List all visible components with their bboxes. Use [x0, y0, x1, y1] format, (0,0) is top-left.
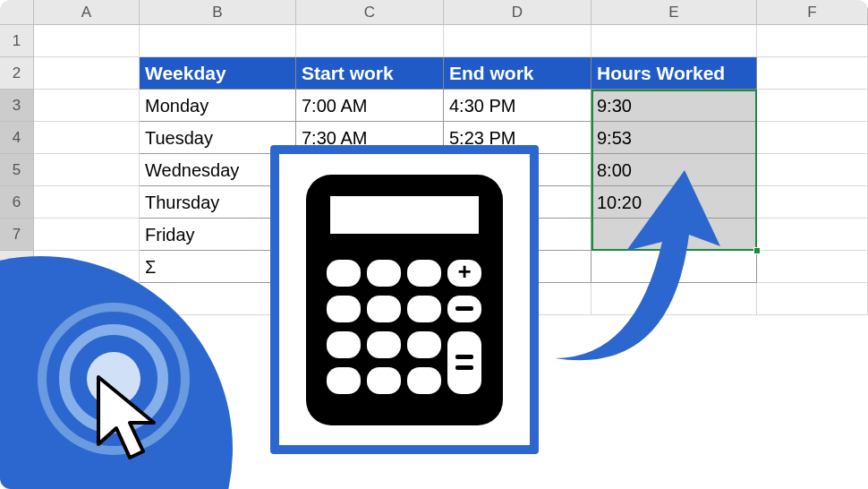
col-header-C[interactable]: C	[296, 0, 444, 25]
cell-end-0[interactable]: 4:30 PM	[444, 90, 591, 122]
select-all-corner[interactable]	[0, 0, 34, 25]
cell-F9[interactable]	[757, 283, 868, 315]
row-num-6[interactable]: 6	[0, 186, 34, 219]
svg-rect-1	[327, 193, 482, 237]
svg-rect-7	[327, 296, 361, 322]
header-start[interactable]: Start work	[296, 57, 444, 90]
svg-rect-14	[407, 331, 441, 358]
row-num-5[interactable]: 5	[0, 154, 34, 186]
cell-A2[interactable]	[34, 57, 140, 90]
calculator-icon: +	[302, 170, 507, 430]
row-num-2[interactable]: 2	[0, 57, 34, 90]
col-header-D[interactable]: D	[444, 0, 591, 25]
svg-rect-13	[367, 331, 401, 358]
row-1: 1	[0, 25, 868, 57]
svg-rect-20	[455, 365, 473, 370]
cell-F5[interactable]	[757, 154, 868, 186]
cell-hours-1[interactable]: 9:53	[591, 122, 757, 154]
cell-E1[interactable]	[591, 25, 757, 57]
svg-rect-4	[407, 260, 441, 287]
cell-D1[interactable]	[444, 25, 591, 57]
svg-rect-12	[327, 331, 361, 358]
col-header-E[interactable]: E	[591, 0, 757, 25]
svg-rect-3	[367, 260, 401, 287]
cell-A1[interactable]	[34, 25, 140, 57]
col-header-A[interactable]: A	[34, 0, 140, 25]
svg-rect-16	[367, 367, 401, 394]
cell-weekday-0[interactable]: Monday	[140, 90, 296, 122]
row-3: 3 Monday 7:00 AM 4:30 PM 9:30	[0, 90, 868, 122]
cell-B1[interactable]	[140, 25, 296, 57]
header-weekday[interactable]: Weekday	[140, 57, 296, 90]
cell-F6[interactable]	[757, 186, 868, 219]
column-headers: A B C D E F	[0, 0, 868, 25]
cell-F8[interactable]	[757, 251, 868, 283]
cell-F3[interactable]	[757, 90, 868, 122]
svg-rect-11	[455, 306, 473, 311]
calculator-graphic: +	[270, 145, 539, 454]
cell-A4[interactable]	[34, 122, 140, 154]
cell-A5[interactable]	[34, 154, 140, 186]
cursor-icon	[89, 373, 174, 471]
arrow-icon	[537, 161, 725, 367]
row-num-1[interactable]: 1	[0, 25, 34, 57]
svg-rect-2	[327, 260, 361, 287]
row-num-3[interactable]: 3	[0, 90, 34, 122]
cell-A3[interactable]	[34, 90, 140, 122]
row-2: 2 Weekday Start work End work Hours Work…	[0, 57, 868, 90]
cell-F1[interactable]	[757, 25, 868, 57]
cell-C1[interactable]	[296, 25, 444, 57]
row-num-7[interactable]: 7	[0, 219, 34, 251]
row-num-4[interactable]: 4	[0, 122, 34, 154]
header-end[interactable]: End work	[444, 57, 591, 90]
cell-hours-0[interactable]: 9:30	[591, 90, 757, 122]
svg-rect-8	[367, 296, 401, 322]
cell-F7[interactable]	[757, 219, 868, 251]
header-hours[interactable]: Hours Worked	[591, 57, 757, 90]
cell-F2[interactable]	[757, 57, 868, 90]
cell-A6[interactable]	[34, 186, 140, 219]
cell-F4[interactable]	[757, 122, 868, 154]
svg-text:+: +	[457, 258, 471, 285]
svg-rect-15	[327, 367, 361, 394]
svg-rect-9	[407, 296, 441, 322]
col-header-F[interactable]: F	[757, 0, 868, 25]
col-header-B[interactable]: B	[140, 0, 296, 25]
svg-rect-18	[447, 331, 481, 394]
cell-A7[interactable]	[34, 219, 140, 251]
cell-start-0[interactable]: 7:00 AM	[296, 90, 444, 122]
svg-rect-17	[407, 367, 441, 394]
fill-handle[interactable]	[753, 247, 761, 254]
svg-rect-19	[455, 355, 473, 359]
